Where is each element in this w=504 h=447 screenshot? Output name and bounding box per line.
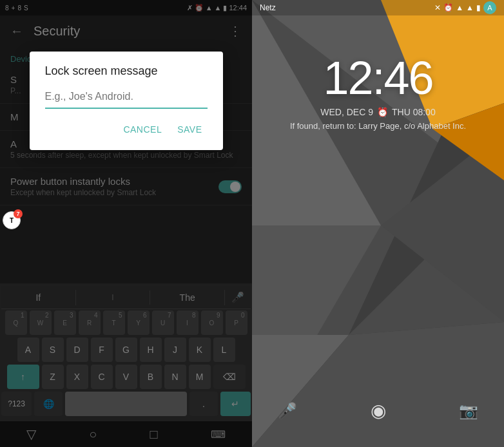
dialog-actions: CANCEL SAVE — [45, 114, 208, 145]
right-bluetooth-icon: ✕ — [434, 3, 441, 12]
lock-screen-dialog: Lock screen message CANCEL SAVE — [30, 52, 223, 150]
dialog-overlay: T 7 Lock screen message CANCEL SAVE — [0, 0, 252, 447]
left-panel: 8 + 8 S ✗ ⏰ ▲ ▲ ▮ 12:44 ← Security ⋮ Dev… — [0, 0, 252, 447]
lockscreen-content: 12:46 WED, DEC 9 ⏰ THU 08:00 If found, r… — [252, 0, 504, 447]
save-button[interactable]: SAVE — [172, 119, 207, 140]
network-name: Netz — [260, 3, 276, 12]
nyt-badge-text: T — [10, 217, 14, 224]
right-avatar: A — [483, 1, 496, 14]
right-signal-icon: ▲ — [456, 3, 463, 12]
right-panel: Netz ✕ ⏰ ▲ ▲ ▮ A 12:46 WED, DEC 9 ⏰ THU … — [252, 0, 504, 447]
camera-icon[interactable]: 📷 — [459, 402, 478, 420]
lock-alarm-time: THU 08:00 — [392, 107, 436, 117]
right-status-bar: Netz ✕ ⏰ ▲ ▲ ▮ A — [252, 0, 504, 15]
nyt-badge[interactable]: T 7 — [3, 211, 21, 229]
lock-time: 12:46 — [323, 52, 432, 104]
fingerprint-icon[interactable]: ◉ — [371, 400, 386, 421]
lockscreen-bottom: 🎤 ◉ 📷 — [252, 400, 504, 421]
nyt-badge-count: 7 — [14, 209, 23, 218]
lock-date-text: WED, DEC 9 — [320, 107, 373, 117]
lock-alarm-icon: ⏰ — [377, 107, 388, 117]
cancel-button[interactable]: CANCEL — [118, 119, 167, 140]
right-wifi-icon: ▲ — [466, 3, 474, 12]
right-alarm-icon: ⏰ — [443, 3, 453, 12]
dialog-title: Lock screen message — [45, 64, 208, 78]
right-battery-icon: ▮ — [476, 3, 481, 12]
lock-date: WED, DEC 9 ⏰ THU 08:00 — [320, 107, 435, 117]
lockscreen-mic-icon[interactable]: 🎤 — [278, 402, 297, 420]
lock-message: If found, return to: Larry Page, c/o Alp… — [290, 121, 466, 131]
lock-message-input[interactable] — [45, 88, 208, 109]
right-status-icons: ✕ ⏰ ▲ ▲ ▮ A — [434, 1, 496, 14]
